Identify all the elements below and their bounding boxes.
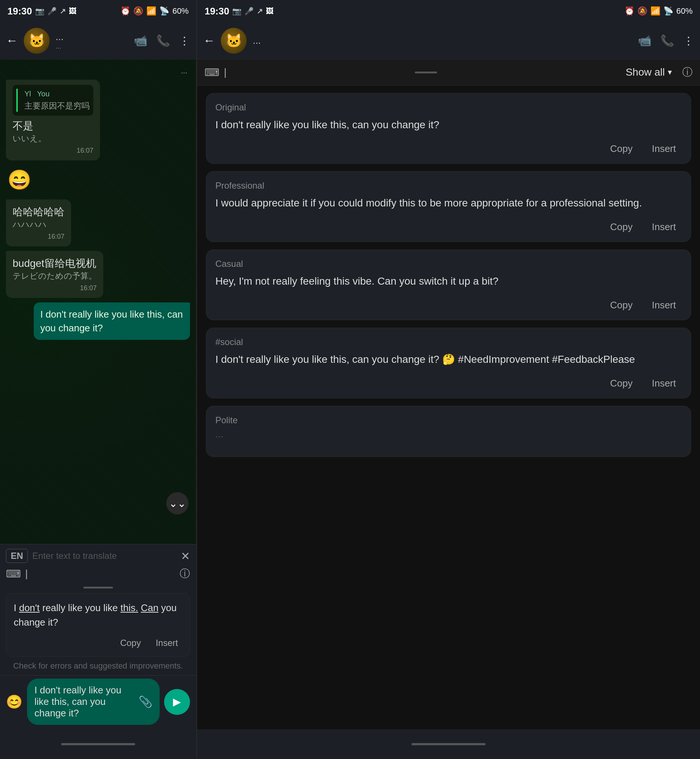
right-more-options-icon[interactable]: ⋮ [683,34,694,47]
translate-bar: EN Enter text to translate ✕ [6,549,190,563]
msg-time-1: 16:07 [12,146,93,155]
rewrite-card-casual: Casual Hey, I'm not really feeling this … [206,249,691,320]
voice-call-icon[interactable]: 📞 [156,34,170,47]
msg-translation-3: テレビのための予算。 [12,271,97,282]
rewrite-text-original: I don't really like you like this, can y… [215,117,682,133]
original-copy-button[interactable]: Copy [604,140,639,158]
rewrite-card-original: Original I don't really like you like th… [206,93,691,164]
suggestion-insert-button[interactable]: Insert [151,635,182,650]
info-icon[interactable]: ⓘ [180,567,190,581]
left-bottom-nav [0,729,196,759]
right-bottom-nav [197,729,700,759]
suggestion-hint: Check for errors and suggested improveme… [6,661,190,671]
video-call-icon[interactable]: 📹 [134,34,147,47]
home-indicator [61,743,135,745]
image-icon: 🖼 [69,7,76,16]
social-insert-button[interactable]: Insert [646,375,682,392]
right-camera-icon: 📷 [232,7,242,16]
right-home-indicator [411,743,486,745]
right-chat-header: ← 🐱 ... 📹 📞 ⋮ [197,22,700,59]
suggestion-copy-button[interactable]: Copy [116,635,145,650]
sent-msg-text: I don't really like you like this, can y… [41,308,184,335]
sender-you: You [37,90,50,98]
truncated-message: ... [181,67,191,75]
rewrite-actions-casual: Copy Insert [215,296,682,314]
right-time-display: 19:30 [205,6,229,17]
back-button[interactable]: ← [6,34,18,47]
reply-content: Yl You 主要原因不是穷吗 [25,89,90,112]
right-status-bar: 19:30 📷 🎤 ↗ 🖼 ⏰ 🔕 📶 📡 60% [197,0,700,22]
rewrite-label-social: #social [215,337,682,347]
social-copy-button[interactable]: Copy [604,375,639,392]
battery-display: 60% [172,6,189,16]
rewrite-card-social: #social I don't really like you like thi… [206,328,691,398]
message-input-box[interactable]: I don't really like you like this, can y… [27,679,159,725]
scroll-down-button[interactable]: ⌄⌄ [166,492,189,515]
msg-time-3: 16:07 [12,283,97,293]
msg-translation-1: いいえ。 [12,133,93,144]
right-back-button[interactable]: ← [203,34,215,47]
rewrite-cards-area: Original I don't really like you like th… [197,86,700,729]
mic-icon: 🎤 [47,7,57,16]
professional-insert-button[interactable]: Insert [646,218,682,236]
right-voice-call-icon[interactable]: 📞 [660,34,674,47]
suggestion-text: I don't really like you like this. Can y… [14,601,182,630]
rewrite-label-casual: Casual [215,259,682,269]
language-badge[interactable]: EN [6,549,28,563]
keyboard-toolbar: ⌨ | ⓘ [6,567,190,584]
share-icon: ↗ [59,7,66,16]
show-all-button[interactable]: Show all ▾ [625,66,672,78]
more-options-icon[interactable]: ⋮ [179,34,190,47]
casual-copy-button[interactable]: Copy [604,296,639,314]
right-share-icon: ↗ [257,7,263,16]
message-bubble-received-3: budget留给电视机 テレビのための予算。 16:07 [6,251,103,298]
right-cursor-indicator: | [224,66,226,78]
alarm-icon: ⏰ [120,6,130,16]
rewrite-label-professional: Professional [215,180,682,191]
reply-bar [16,89,18,112]
attach-button[interactable]: 📎 [139,695,152,708]
right-status-time: 19:30 📷 🎤 ↗ 🖼 [205,6,273,17]
right-keyboard-icon[interactable]: ⌨ [205,66,219,78]
msg-text-2: 哈哈哈哈哈 [12,205,64,219]
right-mic-icon: 🎤 [244,7,254,16]
signal-icon: 📡 [159,6,169,16]
emoji-message: 😄 [6,165,33,195]
reply-bubble: Yl You 主要原因不是穷吗 [12,85,93,116]
professional-copy-button[interactable]: Copy [604,218,639,236]
translate-input-placeholder[interactable]: Enter text to translate [32,551,176,561]
right-signal-icon: 📡 [663,6,673,16]
send-button[interactable]: ▶ [164,689,190,715]
right-battery-display: 60% [676,6,692,16]
sender-yi: Yl [25,90,31,98]
casual-insert-button[interactable]: Insert [646,296,682,314]
right-alarm-icon: ⏰ [625,6,634,16]
mute-icon: 🔕 [133,6,143,16]
message-bubble-sent: I don't really like you like this, can y… [34,302,191,340]
left-chat-header: ← 🐱 ... ... 📹 📞 ⋮ [0,22,196,59]
msg-translation-2: ハハハハ [12,219,64,230]
close-translate-button[interactable]: ✕ [181,549,190,563]
rewrite-text-polite-truncated: ... [215,429,682,451]
right-contact-name: ... [253,35,632,46]
keyboard-icon[interactable]: ⌨ [6,568,21,580]
header-icons: 📹 📞 ⋮ [134,34,190,47]
right-status-right: ⏰ 🔕 📶 📡 60% [625,6,692,16]
right-info-icon[interactable]: ⓘ [682,65,692,79]
chevron-down-icon: ▾ [668,67,672,77]
message-input-row-wrapper: 😊 I don't really like you like this, can… [0,675,196,729]
emoji-button[interactable]: 😊 [6,694,23,710]
drag-handle [83,587,113,588]
message-input-text: I don't really like you like this, can y… [34,684,134,719]
original-insert-button[interactable]: Insert [646,140,682,158]
right-video-call-icon[interactable]: 📹 [638,34,652,47]
rewrite-actions-original: Copy Insert [215,140,682,158]
left-panel: 19:30 📷 🎤 ↗ 🖼 ⏰ 🔕 📶 📡 60% ← 🐱 ... ... 📹 … [0,0,196,759]
rewrite-card-polite: Polite ... [206,406,691,457]
suggestion-card: I don't really like you like this. Can y… [6,593,190,657]
rewrite-label-original: Original [215,102,682,113]
right-header-icons: 📹 📞 ⋮ [638,34,694,47]
msg-time-2: 16:07 [12,232,64,241]
rewrite-label-polite: Polite [215,415,682,426]
rewrite-text-social: I don't really like you like this, can y… [215,352,682,367]
